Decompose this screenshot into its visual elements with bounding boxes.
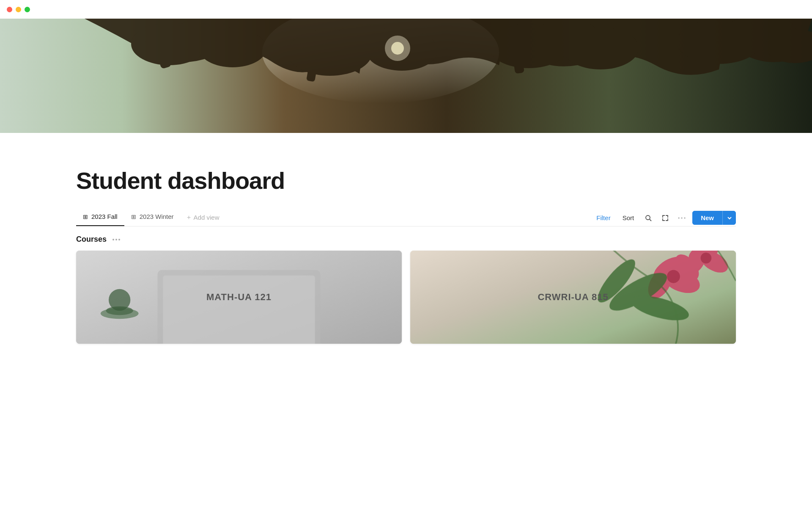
ellipsis-icon: ··· — [678, 213, 687, 222]
tabs-area: ⊞ 2023 Fall ⊞ 2023 Winter ＋ Add view — [76, 210, 224, 226]
table-icon: ⊞ — [83, 213, 88, 220]
titlebar — [0, 0, 812, 19]
svg-point-36 — [109, 289, 130, 311]
maximize-button[interactable] — [25, 7, 30, 12]
svg-point-14 — [562, 27, 639, 69]
add-view-button[interactable]: ＋ Add view — [181, 210, 225, 226]
new-button-group: New — [692, 211, 736, 225]
more-button[interactable]: ··· — [675, 211, 689, 225]
tab-winter2023[interactable]: ⊞ 2023 Winter — [124, 210, 181, 226]
svg-line-30 — [650, 219, 651, 221]
expand-button[interactable] — [658, 211, 672, 225]
table-icon-2: ⊞ — [131, 213, 136, 220]
search-icon — [645, 214, 652, 222]
filter-button[interactable]: Filter — [592, 212, 614, 224]
tab-divider — [76, 226, 736, 226]
svg-point-19 — [391, 42, 404, 55]
course-card-crwri[interactable]: CRWRI-UA 815 — [410, 251, 736, 344]
card-label-crwri: CRWRI-UA 815 — [538, 292, 608, 303]
svg-point-29 — [646, 215, 650, 220]
svg-rect-33 — [163, 276, 315, 344]
chevron-down-icon — [727, 215, 732, 221]
svg-point-8 — [199, 29, 266, 67]
section-title-courses: Courses — [76, 235, 107, 244]
sort-button[interactable]: Sort — [618, 212, 639, 224]
actions-area: Filter Sort ··· New — [592, 211, 736, 225]
course-card-math[interactable]: MATH-UA 121 — [76, 251, 402, 344]
card-bg-crwri: CRWRI-UA 815 — [410, 251, 736, 344]
svg-point-46 — [701, 253, 712, 264]
tab-fall2023[interactable]: ⊞ 2023 Fall — [76, 210, 124, 226]
section-header-courses: Courses — [76, 235, 736, 244]
section-menu-button[interactable] — [111, 238, 122, 241]
toolbar: ⊞ 2023 Fall ⊞ 2023 Winter ＋ Add view Fil… — [76, 210, 736, 226]
page-icon — [76, 121, 113, 133]
page-content: Student dashboard ⊞ 2023 Fall ⊞ 2023 Win… — [0, 167, 812, 344]
plus-icon: ＋ — [186, 213, 192, 221]
dot-3 — [118, 239, 120, 240]
expand-icon — [661, 214, 669, 222]
new-dropdown-button[interactable] — [722, 211, 736, 225]
new-button[interactable]: New — [692, 211, 722, 225]
minimize-button[interactable] — [16, 7, 21, 12]
cards-grid: MATH-UA 121 — [76, 251, 736, 344]
svg-point-42 — [667, 270, 680, 283]
dot-2 — [115, 239, 117, 240]
close-button[interactable] — [7, 7, 12, 12]
card-label-math: MATH-UA 121 — [206, 292, 272, 303]
search-button[interactable] — [642, 211, 655, 225]
dot-1 — [112, 239, 114, 240]
card-bg-math: MATH-UA 121 — [76, 251, 402, 344]
cover-image — [0, 19, 812, 133]
page-title: Student dashboard — [76, 167, 736, 194]
